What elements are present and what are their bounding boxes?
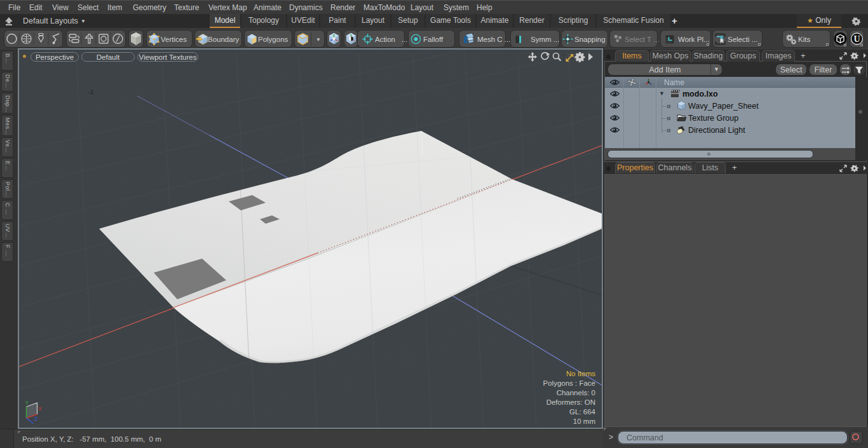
svg-text:-z: -z — [88, 88, 93, 95]
svg-text:U: U — [853, 34, 860, 44]
svg-text:X: X — [38, 405, 42, 412]
svg-text:10 mm: 10 mm — [573, 417, 595, 425]
svg-text:Polygons : Face: Polygons : Face — [543, 379, 595, 387]
svg-text:Deformers: ON: Deformers: ON — [546, 398, 595, 406]
svg-text:Z: Z — [34, 416, 37, 422]
svg-text:No Items: No Items — [566, 370, 595, 377]
svg-text:GL: 664: GL: 664 — [569, 408, 596, 416]
svg-text:Y: Y — [25, 400, 29, 406]
svg-text:Channels: 0: Channels: 0 — [557, 389, 595, 397]
